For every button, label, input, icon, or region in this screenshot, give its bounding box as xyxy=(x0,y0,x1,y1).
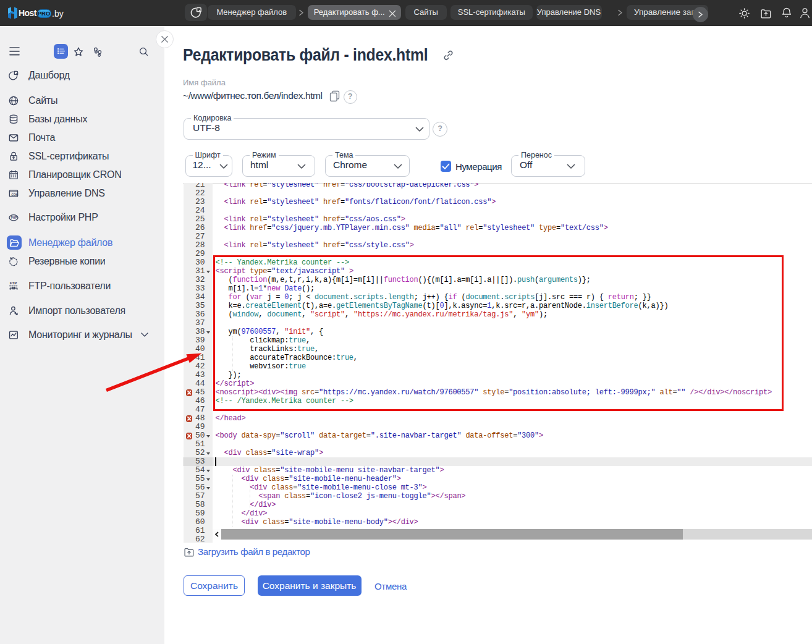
svg-text:.COM: .COM xyxy=(11,193,18,197)
svg-text:PHP: PHP xyxy=(11,216,18,219)
svg-text:FTP: FTP xyxy=(10,281,17,285)
